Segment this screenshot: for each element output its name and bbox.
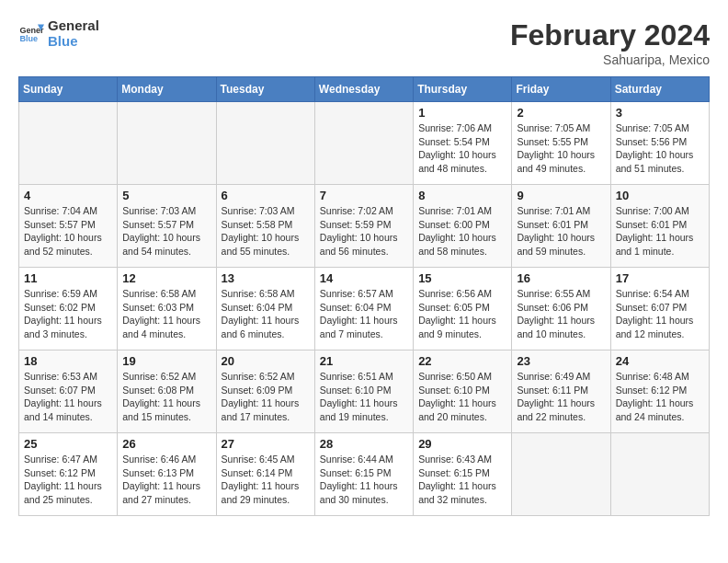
- calendar-cell: 28Sunrise: 6:44 AM Sunset: 6:15 PM Dayli…: [314, 433, 413, 516]
- day-info: Sunrise: 6:53 AM Sunset: 6:07 PM Dayligh…: [24, 370, 112, 424]
- calendar-cell: 14Sunrise: 6:57 AM Sunset: 6:04 PM Dayli…: [314, 268, 413, 350]
- calendar-cell: 16Sunrise: 6:55 AM Sunset: 6:06 PM Dayli…: [512, 268, 610, 350]
- day-number: 24: [616, 354, 704, 368]
- day-info: Sunrise: 7:03 AM Sunset: 5:57 PM Dayligh…: [122, 204, 210, 259]
- day-info: Sunrise: 6:59 AM Sunset: 6:02 PM Dayligh…: [24, 287, 112, 341]
- day-info: Sunrise: 7:00 AM Sunset: 6:01 PM Dayligh…: [616, 204, 704, 259]
- day-info: Sunrise: 6:52 AM Sunset: 6:09 PM Dayligh…: [222, 370, 310, 424]
- day-number: 28: [320, 437, 408, 451]
- day-info: Sunrise: 6:44 AM Sunset: 6:15 PM Dayligh…: [320, 453, 408, 507]
- calendar-cell: 2Sunrise: 7:05 AM Sunset: 5:55 PM Daylig…: [512, 102, 610, 185]
- day-number: 4: [24, 189, 112, 202]
- week-row-2: 4Sunrise: 7:04 AM Sunset: 5:57 PM Daylig…: [19, 185, 710, 268]
- calendar-cell: 1Sunrise: 7:06 AM Sunset: 5:54 PM Daylig…: [414, 102, 512, 185]
- calendar-cell: 20Sunrise: 6:52 AM Sunset: 6:09 PM Dayli…: [216, 350, 314, 433]
- calendar-cell: 10Sunrise: 7:00 AM Sunset: 6:01 PM Dayli…: [610, 185, 709, 268]
- month-title: February 2024: [510, 18, 710, 52]
- day-info: Sunrise: 6:43 AM Sunset: 6:15 PM Dayligh…: [418, 453, 506, 507]
- day-number: 5: [122, 189, 210, 202]
- day-number: 3: [616, 106, 704, 120]
- day-number: 13: [222, 271, 310, 285]
- day-number: 27: [222, 437, 310, 451]
- col-header-monday: Monday: [118, 77, 216, 102]
- calendar-cell: [610, 433, 709, 516]
- calendar-cell: 18Sunrise: 6:53 AM Sunset: 6:07 PM Dayli…: [19, 350, 118, 433]
- day-info: Sunrise: 6:47 AM Sunset: 6:12 PM Dayligh…: [24, 453, 112, 507]
- svg-text:Blue: Blue: [19, 34, 38, 43]
- calendar-cell: 5Sunrise: 7:03 AM Sunset: 5:57 PM Daylig…: [118, 185, 216, 268]
- col-header-sunday: Sunday: [19, 77, 118, 102]
- day-info: Sunrise: 7:03 AM Sunset: 5:58 PM Dayligh…: [222, 204, 310, 259]
- calendar-cell: [118, 102, 216, 185]
- calendar-header: SundayMondayTuesdayWednesdayThursdayFrid…: [19, 77, 710, 102]
- calendar-cell: 8Sunrise: 7:01 AM Sunset: 6:00 PM Daylig…: [414, 185, 512, 268]
- day-info: Sunrise: 7:06 AM Sunset: 5:54 PM Dayligh…: [418, 121, 506, 176]
- logo-general: General: [48, 18, 99, 34]
- day-number: 23: [517, 354, 605, 368]
- col-header-saturday: Saturday: [610, 77, 709, 102]
- day-number: 18: [24, 354, 112, 368]
- day-number: 21: [320, 354, 408, 368]
- day-info: Sunrise: 7:02 AM Sunset: 5:59 PM Dayligh…: [320, 204, 408, 259]
- day-number: 11: [24, 271, 112, 285]
- calendar-cell: 12Sunrise: 6:58 AM Sunset: 6:03 PM Dayli…: [118, 268, 216, 350]
- day-info: Sunrise: 6:51 AM Sunset: 6:10 PM Dayligh…: [320, 370, 408, 424]
- day-info: Sunrise: 6:49 AM Sunset: 6:11 PM Dayligh…: [517, 370, 605, 424]
- calendar-cell: 3Sunrise: 7:05 AM Sunset: 5:56 PM Daylig…: [610, 102, 709, 185]
- calendar-cell: 11Sunrise: 6:59 AM Sunset: 6:02 PM Dayli…: [19, 268, 118, 350]
- day-info: Sunrise: 6:56 AM Sunset: 6:05 PM Dayligh…: [418, 287, 506, 341]
- calendar-cell: 9Sunrise: 7:01 AM Sunset: 6:01 PM Daylig…: [512, 185, 610, 268]
- day-number: 9: [517, 189, 605, 202]
- calendar-cell: [216, 102, 314, 185]
- day-number: 6: [222, 189, 310, 202]
- day-info: Sunrise: 7:04 AM Sunset: 5:57 PM Dayligh…: [24, 204, 112, 259]
- day-number: 2: [517, 106, 605, 120]
- day-number: 16: [517, 271, 605, 285]
- day-info: Sunrise: 7:05 AM Sunset: 5:55 PM Dayligh…: [517, 121, 605, 176]
- day-number: 17: [616, 271, 704, 285]
- calendar-cell: 22Sunrise: 6:50 AM Sunset: 6:10 PM Dayli…: [414, 350, 512, 433]
- location-subtitle: Sahuaripa, Mexico: [510, 52, 710, 67]
- logo: General Blue General Blue: [18, 18, 99, 49]
- week-row-5: 25Sunrise: 6:47 AM Sunset: 6:12 PM Dayli…: [19, 433, 710, 516]
- day-number: 12: [122, 271, 210, 285]
- day-number: 15: [418, 271, 506, 285]
- calendar-cell: [512, 433, 610, 516]
- calendar-cell: 24Sunrise: 6:48 AM Sunset: 6:12 PM Dayli…: [610, 350, 709, 433]
- day-number: 14: [320, 271, 408, 285]
- calendar-cell: 4Sunrise: 7:04 AM Sunset: 5:57 PM Daylig…: [19, 185, 118, 268]
- day-info: Sunrise: 6:54 AM Sunset: 6:07 PM Dayligh…: [616, 287, 704, 341]
- day-number: 25: [24, 437, 112, 451]
- day-info: Sunrise: 7:01 AM Sunset: 6:00 PM Dayligh…: [418, 204, 506, 259]
- calendar-cell: [314, 102, 413, 185]
- calendar-cell: 27Sunrise: 6:45 AM Sunset: 6:14 PM Dayli…: [216, 433, 314, 516]
- calendar-body: 1Sunrise: 7:06 AM Sunset: 5:54 PM Daylig…: [19, 102, 710, 516]
- day-info: Sunrise: 6:48 AM Sunset: 6:12 PM Dayligh…: [616, 370, 704, 424]
- day-info: Sunrise: 6:57 AM Sunset: 6:04 PM Dayligh…: [320, 287, 408, 341]
- day-info: Sunrise: 6:58 AM Sunset: 6:04 PM Dayligh…: [222, 287, 310, 341]
- calendar-cell: 26Sunrise: 6:46 AM Sunset: 6:13 PM Dayli…: [118, 433, 216, 516]
- day-number: 10: [616, 189, 704, 202]
- col-header-wednesday: Wednesday: [314, 77, 413, 102]
- col-header-tuesday: Tuesday: [216, 77, 314, 102]
- day-info: Sunrise: 7:05 AM Sunset: 5:56 PM Dayligh…: [616, 121, 704, 176]
- logo-icon: General Blue: [18, 21, 44, 47]
- logo-blue: Blue: [48, 34, 99, 50]
- col-header-friday: Friday: [512, 77, 610, 102]
- week-row-1: 1Sunrise: 7:06 AM Sunset: 5:54 PM Daylig…: [19, 102, 710, 185]
- week-row-4: 18Sunrise: 6:53 AM Sunset: 6:07 PM Dayli…: [19, 350, 710, 433]
- day-info: Sunrise: 6:55 AM Sunset: 6:06 PM Dayligh…: [517, 287, 605, 341]
- day-info: Sunrise: 6:58 AM Sunset: 6:03 PM Dayligh…: [122, 287, 210, 341]
- day-number: 20: [222, 354, 310, 368]
- day-info: Sunrise: 6:45 AM Sunset: 6:14 PM Dayligh…: [222, 453, 310, 507]
- calendar-cell: 15Sunrise: 6:56 AM Sunset: 6:05 PM Dayli…: [414, 268, 512, 350]
- day-number: 1: [418, 106, 506, 120]
- day-number: 29: [418, 437, 506, 451]
- calendar-cell: 19Sunrise: 6:52 AM Sunset: 6:08 PM Dayli…: [118, 350, 216, 433]
- day-number: 8: [418, 189, 506, 202]
- calendar-cell: 13Sunrise: 6:58 AM Sunset: 6:04 PM Dayli…: [216, 268, 314, 350]
- title-block: February 2024 Sahuaripa, Mexico: [510, 18, 710, 67]
- calendar-cell: 21Sunrise: 6:51 AM Sunset: 6:10 PM Dayli…: [314, 350, 413, 433]
- week-row-3: 11Sunrise: 6:59 AM Sunset: 6:02 PM Dayli…: [19, 268, 710, 350]
- calendar-cell: 7Sunrise: 7:02 AM Sunset: 5:59 PM Daylig…: [314, 185, 413, 268]
